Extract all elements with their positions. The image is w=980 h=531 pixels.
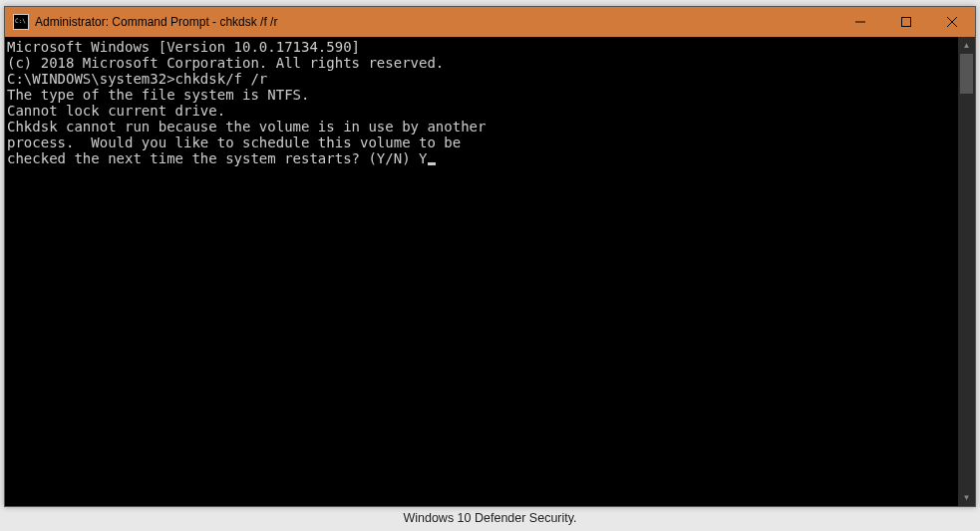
text-cursor	[428, 162, 436, 165]
command-prompt-window: C:\ Administrator: Command Prompt - chkd…	[4, 6, 976, 507]
console-line: Microsoft Windows [Version 10.0.17134.59…	[7, 39, 958, 55]
console-line: checked the next time the system restart…	[7, 150, 958, 166]
console-output[interactable]: Microsoft Windows [Version 10.0.17134.59…	[5, 37, 958, 506]
close-button[interactable]	[929, 7, 975, 37]
maximize-button[interactable]	[883, 7, 929, 37]
scroll-thumb[interactable]	[960, 54, 973, 94]
console-line: Chkdsk cannot run because the volume is …	[7, 119, 958, 134]
console-line: Cannot lock current drive.	[7, 103, 958, 119]
console-line: The type of the file system is NTFS.	[7, 87, 958, 103]
window-title: Administrator: Command Prompt - chkdsk /…	[35, 15, 277, 29]
titlebar[interactable]: C:\ Administrator: Command Prompt - chkd…	[5, 7, 975, 37]
scroll-down-arrow[interactable]: ▼	[958, 489, 975, 506]
console-line: (c) 2018 Microsoft Corporation. All righ…	[7, 55, 958, 71]
vertical-scrollbar[interactable]: ▲ ▼	[958, 37, 975, 506]
scroll-track[interactable]	[958, 54, 975, 489]
cmd-icon: C:\	[13, 14, 29, 30]
console-line: C:\WINDOWS\system32>chkdsk/f /r	[7, 71, 958, 87]
minimize-button[interactable]	[837, 7, 883, 37]
background-caption: Windows 10 Defender Security.	[0, 511, 980, 525]
console-area: Microsoft Windows [Version 10.0.17134.59…	[5, 37, 975, 506]
svg-rect-4	[902, 18, 911, 27]
scroll-up-arrow[interactable]: ▲	[958, 37, 975, 54]
console-line: process. Would you like to schedule this…	[7, 134, 958, 150]
svg-text:C:\: C:\	[15, 17, 26, 24]
